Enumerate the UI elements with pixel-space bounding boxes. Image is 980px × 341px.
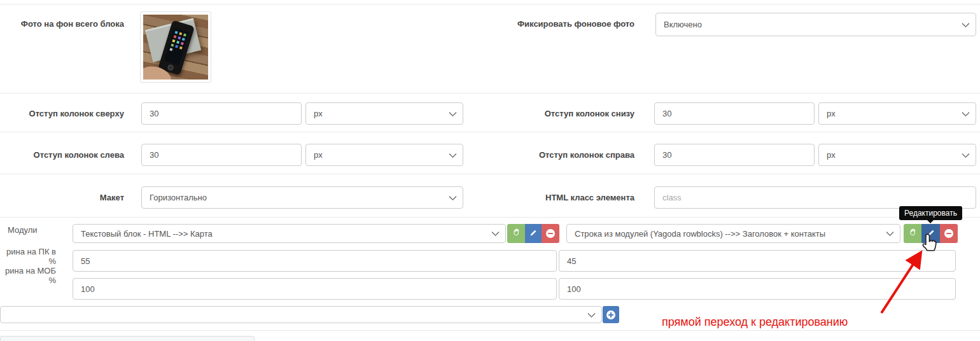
edit-tooltip: Редактировать bbox=[899, 206, 962, 220]
padding-right-unit-select[interactable]: px bbox=[818, 144, 976, 166]
module-settings-form: Фото на фон всего блока Фиксировать фоно… bbox=[0, 0, 980, 341]
chevron-down-icon bbox=[962, 19, 970, 27]
chevron-down-icon bbox=[962, 108, 970, 116]
divider bbox=[0, 93, 980, 94]
annotation-arrow bbox=[865, 244, 935, 319]
html-class-label: HTML класс элемента bbox=[382, 193, 634, 202]
remove-circle-icon bbox=[944, 229, 953, 238]
divider bbox=[0, 174, 980, 174]
padding-left-input[interactable] bbox=[141, 144, 302, 166]
html-class-input[interactable] bbox=[654, 186, 976, 209]
fix-background-photo-label: Фиксировать фоновое фото bbox=[382, 19, 634, 29]
padding-bottom-label: Отступ колонок снизу bbox=[382, 109, 634, 118]
divider bbox=[0, 330, 980, 331]
selected-value: Включено bbox=[664, 20, 702, 29]
drag-handle-icon bbox=[512, 228, 521, 239]
padding-bottom-input[interactable] bbox=[654, 102, 815, 125]
width-pc-input-1[interactable] bbox=[73, 250, 557, 272]
padding-right-label: Отступ колонок справа bbox=[382, 150, 634, 160]
home-button-graphic bbox=[167, 64, 174, 71]
divider bbox=[0, 132, 980, 132]
chevron-down-icon bbox=[491, 228, 500, 237]
selected-value: px bbox=[314, 109, 323, 118]
chevron-down-icon bbox=[962, 150, 970, 158]
modules-label: Модули bbox=[8, 225, 59, 235]
remove-circle-icon bbox=[546, 229, 555, 238]
drag-handle-icon bbox=[908, 228, 918, 239]
background-photo-thumbnail[interactable] bbox=[140, 11, 211, 83]
selected-value: Текстовый блок - HTML -->> Карта bbox=[81, 229, 213, 239]
selected-value: px bbox=[314, 150, 323, 160]
chevron-down-icon bbox=[587, 309, 596, 317]
module-remove-button-1[interactable] bbox=[542, 224, 559, 243]
padding-right-input[interactable] bbox=[654, 144, 815, 166]
iphone-photo bbox=[143, 15, 208, 80]
selected-value: px bbox=[827, 150, 836, 160]
bottom-panel bbox=[0, 336, 255, 341]
width-pc-label: рина на ПК в % bbox=[0, 247, 56, 266]
padding-left-label: Отступ колонок слева bbox=[0, 150, 124, 160]
layout-label: Макет bbox=[0, 193, 124, 202]
padding-top-input[interactable] bbox=[141, 102, 302, 125]
annotation-text: прямой переход к редактированию bbox=[662, 316, 848, 329]
add-module-button[interactable] bbox=[603, 306, 619, 323]
module-select-1[interactable]: Текстовый блок - HTML -->> Карта bbox=[73, 224, 506, 243]
width-mob-input-1[interactable] bbox=[73, 278, 557, 300]
width-mob-label: рина на МОБ % bbox=[0, 266, 56, 285]
fix-background-photo-select[interactable]: Включено bbox=[655, 13, 976, 36]
module-edit-button-1[interactable] bbox=[525, 224, 542, 243]
module-drag-button-1[interactable] bbox=[507, 224, 525, 243]
padding-bottom-unit-select[interactable]: px bbox=[818, 102, 976, 125]
module-select-2[interactable]: Строка из модулей (Yagoda rowblocks) -->… bbox=[566, 224, 900, 243]
selected-value: Строка из модулей (Yagoda rowblocks) -->… bbox=[575, 229, 825, 239]
add-module-select[interactable] bbox=[0, 306, 602, 323]
selected-value: Горизонтально bbox=[150, 193, 207, 202]
plus-circle-icon bbox=[606, 310, 615, 319]
background-photo-label: Фото на фон всего блока bbox=[0, 19, 124, 29]
padding-top-label: Отступ колонок сверху bbox=[0, 109, 124, 118]
module-drag-button-2[interactable] bbox=[904, 224, 921, 243]
module-remove-button-2[interactable] bbox=[940, 224, 958, 243]
selected-value: px bbox=[827, 109, 836, 118]
divider bbox=[0, 4, 980, 4]
edit-pencil-icon bbox=[529, 228, 538, 239]
chevron-down-icon bbox=[886, 228, 894, 237]
divider bbox=[0, 217, 980, 218]
